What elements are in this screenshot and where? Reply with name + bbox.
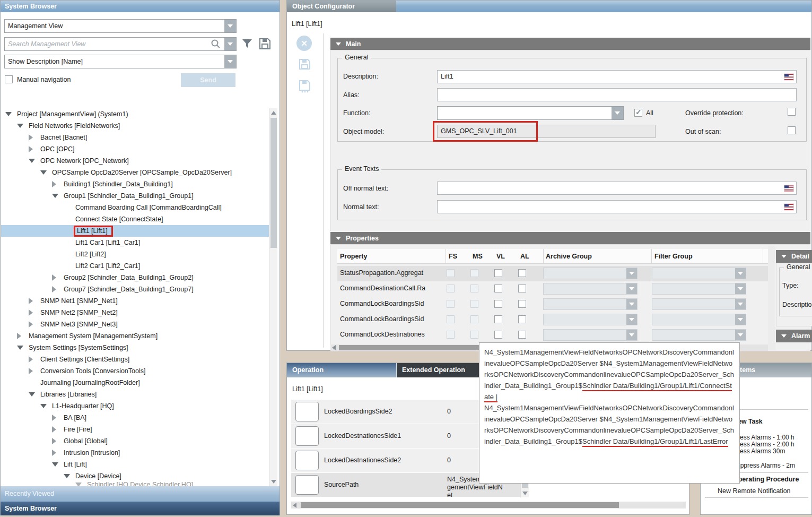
tab-operation[interactable]: Operation (287, 363, 396, 377)
tree-expanded-icon[interactable] (52, 462, 64, 467)
tree-item[interactable]: Command Boarding Call [CommandBoardingCa… (1, 202, 269, 213)
tree-collapsed-icon[interactable] (52, 181, 64, 187)
view-selector[interactable]: Management View (4, 19, 237, 33)
object-configurator-tab[interactable]: Object Configurator (287, 1, 396, 12)
tree-item[interactable]: Libraries [Libraries] (1, 389, 269, 400)
property-row[interactable]: CommandLockBoardingsSid (337, 312, 768, 328)
chevron-down-icon[interactable] (224, 55, 236, 68)
vl-checkbox[interactable] (494, 269, 502, 277)
command-button[interactable] (295, 402, 319, 421)
command-button[interactable] (295, 426, 319, 446)
save-search-icon[interactable] (258, 37, 272, 52)
archive-group-dropdown[interactable] (543, 314, 638, 325)
tree-item[interactable]: Intrusion [Intrusion] (1, 447, 269, 459)
chevron-down-icon[interactable] (612, 107, 623, 119)
alarm-section-header[interactable]: Alarm (776, 330, 812, 342)
description-field[interactable]: Lift1 (437, 70, 797, 83)
vl-checkbox[interactable] (494, 315, 502, 323)
splitter[interactable] (768, 246, 775, 350)
alias-field[interactable] (437, 88, 797, 101)
tree-collapsed-icon[interactable] (52, 426, 64, 433)
system-browser-bottom-bar[interactable]: System Browser (1, 502, 280, 515)
tree-item[interactable]: OPC [OPC] (1, 143, 269, 155)
tree-collapsed-icon[interactable] (52, 286, 64, 292)
tree-collapsed-icon[interactable] (52, 438, 64, 444)
tree-collapsed-icon[interactable] (29, 356, 40, 363)
all-checkbox[interactable] (634, 109, 642, 117)
chevron-down-icon[interactable] (626, 314, 637, 325)
tree-item[interactable]: Schindler [HQ.Device.Schindler.HQ] (1, 482, 269, 486)
tree-item[interactable]: Fire [Fire] (1, 424, 269, 435)
manual-navigation-checkbox[interactable] (5, 75, 13, 83)
language-flag-icon[interactable] (784, 74, 793, 80)
operation-hscrollbar-thumb[interactable] (301, 502, 619, 508)
properties-column-header[interactable]: Archive Group (546, 249, 652, 264)
archive-group-dropdown[interactable] (543, 329, 638, 341)
chevron-down-icon[interactable] (626, 299, 637, 309)
tree-collapsed-icon[interactable] (52, 450, 64, 456)
tree-expanded-icon[interactable] (17, 346, 29, 350)
properties-column-header[interactable]: Filter Group (654, 249, 763, 264)
property-row[interactable]: CommandLockDestinationes (337, 328, 768, 343)
al-checkbox[interactable] (518, 285, 526, 292)
tree-item[interactable]: Conversion Tools [ConversionTools] (1, 365, 269, 377)
property-row[interactable]: StatusPropagation.Aggregat (337, 266, 768, 281)
tree-item[interactable]: Device [Device] (1, 470, 269, 482)
command-button[interactable] (295, 451, 319, 470)
tree-item[interactable]: BA [BA] (1, 412, 269, 424)
tree-scrollbar-thumb[interactable] (270, 118, 277, 248)
tree-item[interactable]: SNMP Net3 [SNMP_Net3] (1, 318, 269, 330)
tree-item[interactable]: OPCSample OpcDa20Server [OPCSample_OpcDa… (1, 167, 269, 178)
tree-item[interactable]: Management System [ManagementSystem] (1, 330, 269, 342)
tree-item[interactable]: Group7 [Schindler_Data_Building1_Group7] (1, 283, 269, 295)
vl-checkbox[interactable] (494, 300, 502, 308)
tree-collapsed-icon[interactable] (52, 274, 64, 281)
tree-item[interactable]: Lift [Lift] (1, 459, 269, 470)
discard-icon[interactable]: ✕ (296, 36, 312, 51)
save-icon[interactable] (298, 58, 311, 72)
tree-expanded-icon[interactable] (40, 170, 52, 175)
chevron-down-icon[interactable] (626, 268, 637, 279)
tree-collapsed-icon[interactable] (29, 146, 40, 152)
tree-item[interactable]: SNMP Net2 [SNMP_Net2] (1, 307, 269, 318)
tree-expanded-icon[interactable] (29, 159, 40, 163)
al-checkbox[interactable] (518, 331, 526, 339)
chevron-down-icon[interactable] (224, 20, 236, 32)
recently-viewed-bar[interactable]: Recently Viewed (1, 486, 280, 502)
tree-item[interactable]: Group1 [Schindler_Data_Building1_Group1] (1, 190, 269, 202)
language-flag-icon[interactable] (784, 185, 793, 191)
chevron-down-icon[interactable] (735, 268, 746, 279)
tree-item[interactable]: Bacnet [Bacnet] (1, 132, 269, 143)
tree-item[interactable]: Lift2 Car1 [Lift2_Car1] (1, 260, 269, 272)
tree-item[interactable]: Journaling [JournalingRootFolder] (1, 377, 269, 389)
tree-scrollbar[interactable] (269, 108, 277, 486)
chevron-down-icon[interactable] (224, 38, 236, 50)
archive-group-dropdown[interactable] (543, 268, 638, 279)
tree-item[interactable]: Global [Global] (1, 435, 269, 447)
description-mode-selector[interactable]: Show Description [Name] (4, 55, 237, 68)
tree-item[interactable]: SNMP Net1 [SNMP_Net1] (1, 295, 269, 307)
properties-section-header[interactable]: Properties (330, 232, 810, 244)
override-protection-checkbox[interactable] (788, 108, 796, 116)
off-normal-text-field[interactable] (437, 182, 797, 195)
property-row[interactable]: CommandDestinationCall.Ra (337, 281, 768, 297)
tree-collapsed-icon[interactable] (29, 368, 40, 374)
tree-expanded-icon[interactable] (40, 404, 52, 408)
properties-column-header[interactable]: AL (520, 249, 544, 264)
out-of-scan-checkbox[interactable] (788, 126, 796, 134)
tree-collapsed-icon[interactable] (29, 134, 40, 141)
tree-item[interactable]: OPC Network [OPC_Network] (1, 155, 269, 167)
al-checkbox[interactable] (518, 269, 526, 277)
tree-item[interactable]: Lift1 [Lift1] (1, 225, 269, 237)
tree-item[interactable]: Connect State [ConnectState] (1, 213, 269, 225)
tree-item[interactable]: Lift1 Car1 [Lift1_Car1] (1, 237, 269, 248)
search-icon[interactable] (211, 39, 221, 54)
filter-group-dropdown[interactable] (652, 298, 746, 310)
filter-group-dropdown[interactable] (652, 283, 746, 295)
normal-text-field[interactable] (437, 200, 797, 213)
tree-expanded-icon[interactable] (29, 392, 40, 397)
property-row[interactable]: CommandLockBoardingsSid (337, 297, 768, 312)
filter-group-dropdown[interactable] (652, 268, 746, 279)
search-input[interactable]: Search Management View (4, 37, 237, 51)
send-button[interactable]: Send (181, 73, 235, 87)
